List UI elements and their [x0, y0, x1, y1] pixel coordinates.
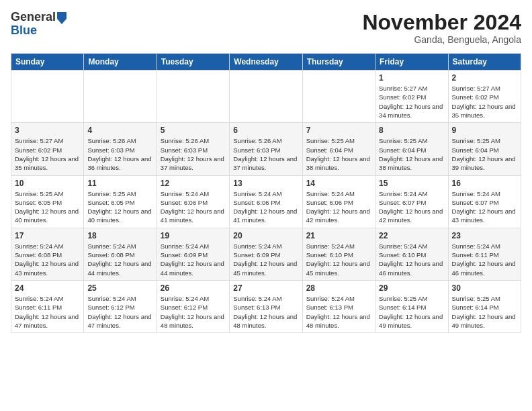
weekday-header-thursday: Thursday	[302, 54, 375, 71]
day-number: 5	[161, 126, 226, 135]
weekday-header-monday: Monday	[84, 54, 157, 71]
day-info: Sunrise: 5:24 AM Sunset: 6:10 PM Dayligh…	[379, 242, 444, 277]
day-number: 16	[452, 179, 517, 188]
logo-text: General Blue	[11, 11, 66, 38]
day-number: 11	[87, 179, 152, 188]
day-cell: 14Sunrise: 5:24 AM Sunset: 6:06 PM Dayli…	[302, 175, 375, 228]
day-cell	[84, 71, 157, 123]
day-info: Sunrise: 5:24 AM Sunset: 6:06 PM Dayligh…	[306, 189, 371, 225]
day-number: 9	[452, 126, 517, 135]
day-info: Sunrise: 5:26 AM Sunset: 6:03 PM Dayligh…	[87, 136, 152, 172]
day-cell: 22Sunrise: 5:24 AM Sunset: 6:10 PM Dayli…	[375, 228, 448, 280]
day-info: Sunrise: 5:24 AM Sunset: 6:08 PM Dayligh…	[87, 242, 152, 277]
week-row-4: 17Sunrise: 5:24 AM Sunset: 6:08 PM Dayli…	[11, 228, 521, 280]
day-number: 12	[161, 179, 226, 188]
day-number: 6	[233, 126, 298, 135]
day-cell: 30Sunrise: 5:25 AM Sunset: 6:14 PM Dayli…	[448, 280, 521, 332]
week-row-3: 10Sunrise: 5:25 AM Sunset: 6:05 PM Dayli…	[11, 175, 521, 228]
day-number: 10	[15, 179, 80, 188]
day-cell	[230, 71, 302, 123]
day-number: 19	[161, 231, 226, 240]
day-cell: 15Sunrise: 5:24 AM Sunset: 6:07 PM Dayli…	[375, 175, 448, 228]
day-cell: 3Sunrise: 5:27 AM Sunset: 6:02 PM Daylig…	[11, 123, 84, 175]
day-number: 1	[379, 73, 444, 83]
weekday-header-row: SundayMondayTuesdayWednesdayThursdayFrid…	[11, 54, 521, 71]
day-info: Sunrise: 5:25 AM Sunset: 6:04 PM Dayligh…	[379, 136, 444, 172]
day-cell: 9Sunrise: 5:25 AM Sunset: 6:04 PM Daylig…	[448, 123, 521, 175]
day-cell: 21Sunrise: 5:24 AM Sunset: 6:10 PM Dayli…	[302, 228, 375, 280]
location: Ganda, Benguela, Angola	[362, 34, 521, 45]
day-cell: 10Sunrise: 5:25 AM Sunset: 6:05 PM Dayli…	[11, 175, 84, 228]
day-cell: 26Sunrise: 5:24 AM Sunset: 6:12 PM Dayli…	[157, 280, 229, 332]
day-cell: 5Sunrise: 5:26 AM Sunset: 6:03 PM Daylig…	[157, 123, 229, 175]
day-info: Sunrise: 5:25 AM Sunset: 6:14 PM Dayligh…	[379, 294, 444, 330]
day-number: 20	[233, 231, 298, 240]
day-cell: 13Sunrise: 5:24 AM Sunset: 6:06 PM Dayli…	[230, 175, 302, 228]
day-number: 14	[306, 179, 371, 188]
day-info: Sunrise: 5:25 AM Sunset: 6:04 PM Dayligh…	[452, 136, 517, 172]
day-cell: 1Sunrise: 5:27 AM Sunset: 6:02 PM Daylig…	[375, 71, 448, 123]
day-cell	[11, 71, 84, 123]
day-number: 15	[379, 179, 444, 188]
day-info: Sunrise: 5:27 AM Sunset: 6:02 PM Dayligh…	[15, 136, 80, 172]
day-info: Sunrise: 5:24 AM Sunset: 6:13 PM Dayligh…	[233, 294, 298, 330]
day-info: Sunrise: 5:25 AM Sunset: 6:05 PM Dayligh…	[87, 189, 152, 225]
day-info: Sunrise: 5:24 AM Sunset: 6:09 PM Dayligh…	[161, 242, 226, 277]
day-cell	[302, 71, 375, 123]
day-cell: 2Sunrise: 5:27 AM Sunset: 6:02 PM Daylig…	[448, 71, 521, 123]
header: General Blue November 2024 Ganda, Bengue…	[11, 11, 521, 45]
day-info: Sunrise: 5:24 AM Sunset: 6:13 PM Dayligh…	[306, 294, 371, 330]
day-info: Sunrise: 5:24 AM Sunset: 6:06 PM Dayligh…	[161, 189, 226, 225]
day-info: Sunrise: 5:24 AM Sunset: 6:12 PM Dayligh…	[161, 294, 226, 330]
day-info: Sunrise: 5:26 AM Sunset: 6:03 PM Dayligh…	[161, 136, 226, 172]
day-info: Sunrise: 5:24 AM Sunset: 6:10 PM Dayligh…	[306, 242, 371, 277]
weekday-header-saturday: Saturday	[448, 54, 521, 71]
day-number: 17	[15, 231, 80, 240]
day-cell: 23Sunrise: 5:24 AM Sunset: 6:11 PM Dayli…	[448, 228, 521, 280]
day-number: 27	[233, 283, 298, 293]
day-number: 21	[306, 231, 371, 240]
day-cell: 28Sunrise: 5:24 AM Sunset: 6:13 PM Dayli…	[302, 280, 375, 332]
weekday-header-wednesday: Wednesday	[230, 54, 302, 71]
day-number: 8	[379, 126, 444, 135]
day-number: 23	[452, 231, 517, 240]
day-number: 2	[452, 73, 517, 83]
day-number: 18	[87, 231, 152, 240]
weekday-header-tuesday: Tuesday	[157, 54, 229, 71]
day-cell	[157, 71, 229, 123]
calendar: SundayMondayTuesdayWednesdayThursdayFrid…	[11, 53, 521, 333]
day-number: 30	[452, 283, 517, 293]
day-cell: 27Sunrise: 5:24 AM Sunset: 6:13 PM Dayli…	[230, 280, 302, 332]
day-cell: 19Sunrise: 5:24 AM Sunset: 6:09 PM Dayli…	[157, 228, 229, 280]
day-cell: 29Sunrise: 5:25 AM Sunset: 6:14 PM Dayli…	[375, 280, 448, 332]
day-info: Sunrise: 5:24 AM Sunset: 6:11 PM Dayligh…	[452, 242, 517, 277]
day-info: Sunrise: 5:24 AM Sunset: 6:06 PM Dayligh…	[233, 189, 298, 225]
day-number: 28	[306, 283, 371, 293]
logo-blue: Blue	[11, 24, 66, 38]
day-cell: 11Sunrise: 5:25 AM Sunset: 6:05 PM Dayli…	[84, 175, 157, 228]
day-cell: 25Sunrise: 5:24 AM Sunset: 6:12 PM Dayli…	[84, 280, 157, 332]
day-cell: 4Sunrise: 5:26 AM Sunset: 6:03 PM Daylig…	[84, 123, 157, 175]
logo-icon	[57, 12, 66, 24]
title-block: November 2024 Ganda, Benguela, Angola	[362, 11, 521, 45]
logo-general: General	[11, 11, 56, 24]
day-cell: 8Sunrise: 5:25 AM Sunset: 6:04 PM Daylig…	[375, 123, 448, 175]
day-number: 24	[15, 283, 80, 293]
day-info: Sunrise: 5:24 AM Sunset: 6:08 PM Dayligh…	[15, 242, 80, 277]
week-row-1: 1Sunrise: 5:27 AM Sunset: 6:02 PM Daylig…	[11, 71, 521, 123]
day-info: Sunrise: 5:27 AM Sunset: 6:02 PM Dayligh…	[379, 84, 444, 120]
day-info: Sunrise: 5:25 AM Sunset: 6:05 PM Dayligh…	[15, 189, 80, 225]
day-info: Sunrise: 5:24 AM Sunset: 6:07 PM Dayligh…	[452, 189, 517, 225]
day-cell: 17Sunrise: 5:24 AM Sunset: 6:08 PM Dayli…	[11, 228, 84, 280]
day-cell: 16Sunrise: 5:24 AM Sunset: 6:07 PM Dayli…	[448, 175, 521, 228]
day-info: Sunrise: 5:24 AM Sunset: 6:07 PM Dayligh…	[379, 189, 444, 225]
day-info: Sunrise: 5:24 AM Sunset: 6:11 PM Dayligh…	[15, 294, 80, 330]
day-info: Sunrise: 5:24 AM Sunset: 6:09 PM Dayligh…	[233, 242, 298, 277]
weekday-header-friday: Friday	[375, 54, 448, 71]
day-number: 3	[15, 126, 80, 135]
week-row-2: 3Sunrise: 5:27 AM Sunset: 6:02 PM Daylig…	[11, 123, 521, 175]
day-info: Sunrise: 5:25 AM Sunset: 6:14 PM Dayligh…	[452, 294, 517, 330]
svg-marker-0	[57, 12, 66, 24]
week-row-5: 24Sunrise: 5:24 AM Sunset: 6:11 PM Dayli…	[11, 280, 521, 332]
day-number: 25	[87, 283, 152, 293]
